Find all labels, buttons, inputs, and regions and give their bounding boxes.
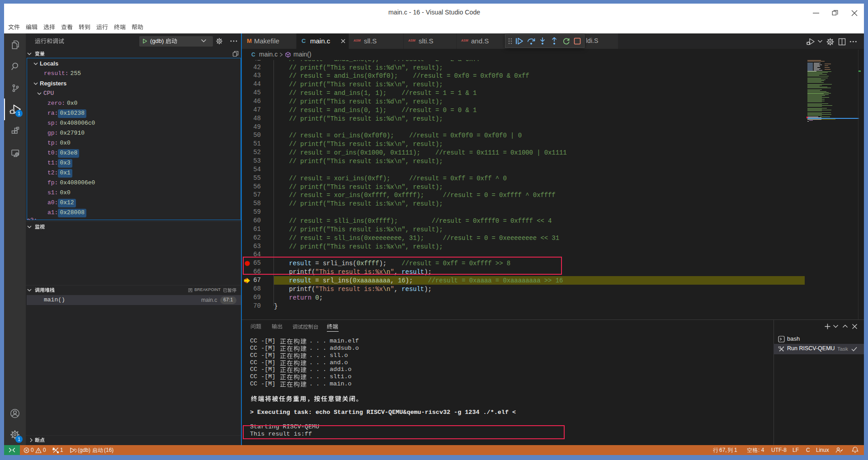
svg-text:1: 1 [18,111,20,116]
svg-text:1: 1 [18,437,20,442]
